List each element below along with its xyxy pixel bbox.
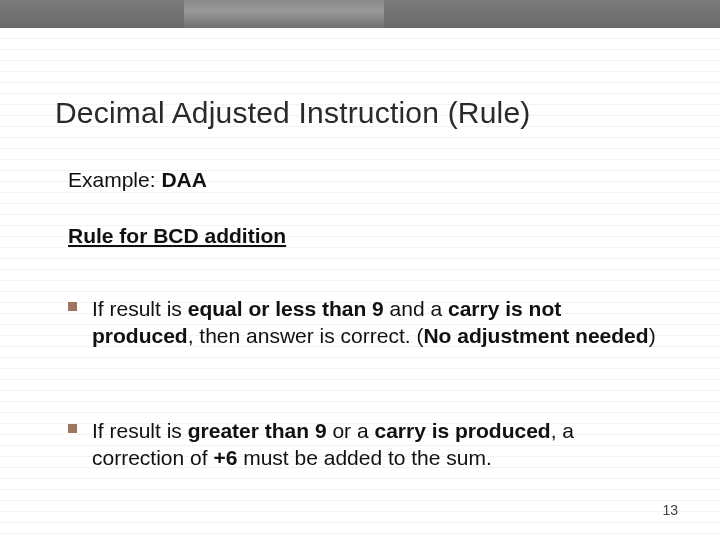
bullet-segment: If result is (92, 297, 188, 320)
bullet-segment: or a (327, 419, 375, 442)
bullet-segment: If result is (92, 419, 188, 442)
bullet-bold: greater than 9 (188, 419, 327, 442)
bullet-bold: equal or less than 9 (188, 297, 384, 320)
bullet-segment: , then answer is correct. ( (188, 324, 424, 347)
slide-title: Decimal Adjusted Instruction (Rule) (55, 96, 531, 130)
bullet-text: If result is greater than 9 or a carry i… (92, 418, 660, 472)
bullet-item: If result is greater than 9 or a carry i… (68, 418, 660, 472)
example-instruction: DAA (161, 168, 207, 191)
square-bullet-icon (68, 302, 77, 311)
bullet-bold: carry is produced (374, 419, 550, 442)
bullet-segment: ) (649, 324, 656, 347)
bullet-segment: and a (384, 297, 448, 320)
square-bullet-icon (68, 424, 77, 433)
slide-content: Decimal Adjusted Instruction (Rule) Exam… (0, 28, 720, 540)
example-label: Example: (68, 168, 161, 191)
bullet-item: If result is equal or less than 9 and a … (68, 296, 660, 350)
bullet-bold: No adjustment needed (423, 324, 648, 347)
example-line: Example: DAA (68, 168, 207, 192)
bullet-text: If result is equal or less than 9 and a … (92, 296, 660, 350)
topbar-tab-highlight (184, 0, 384, 28)
bullet-bold: +6 (213, 446, 243, 469)
bullet-segment: must be added to the sum. (243, 446, 492, 469)
rule-heading: Rule for BCD addition (68, 224, 286, 248)
page-number: 13 (662, 502, 678, 518)
slide-topbar (0, 0, 720, 28)
